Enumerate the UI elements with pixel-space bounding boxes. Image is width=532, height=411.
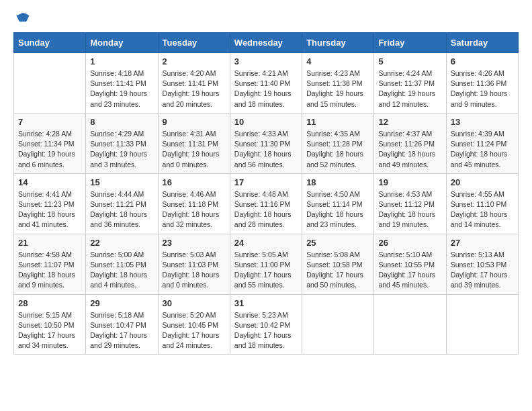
calendar-cell: 27Sunrise: 5:13 AM Sunset: 10:53 PM Dayl… xyxy=(446,234,518,294)
day-number: 18 xyxy=(306,177,369,187)
day-number: 21 xyxy=(18,238,81,248)
day-number: 26 xyxy=(378,238,441,248)
calendar-header-sunday: Sunday xyxy=(14,33,86,53)
day-info: Sunrise: 4:41 AM Sunset: 11:23 PM Daylig… xyxy=(18,189,81,230)
calendar-cell: 16Sunrise: 4:46 AM Sunset: 11:18 PM Dayl… xyxy=(158,173,230,234)
day-number: 29 xyxy=(90,298,153,308)
day-info: Sunrise: 4:58 AM Sunset: 11:07 PM Daylig… xyxy=(18,250,81,291)
calendar-week-3: 14Sunrise: 4:41 AM Sunset: 11:23 PM Dayl… xyxy=(14,173,519,234)
day-info: Sunrise: 5:23 AM Sunset: 10:42 PM Daylig… xyxy=(234,310,298,351)
svg-marker-0 xyxy=(16,13,29,21)
day-info: Sunrise: 4:24 AM Sunset: 11:37 PM Daylig… xyxy=(378,68,441,109)
calendar-week-1: 1Sunrise: 4:18 AM Sunset: 11:41 PM Dayli… xyxy=(14,53,519,113)
calendar-cell: 2Sunrise: 4:20 AM Sunset: 11:41 PM Dayli… xyxy=(158,53,230,113)
day-info: Sunrise: 4:44 AM Sunset: 11:21 PM Daylig… xyxy=(90,189,153,230)
calendar-header-friday: Friday xyxy=(374,33,446,53)
calendar-cell: 17Sunrise: 4:48 AM Sunset: 11:16 PM Dayl… xyxy=(230,173,302,234)
calendar-cell: 14Sunrise: 4:41 AM Sunset: 11:23 PM Dayl… xyxy=(14,173,86,234)
calendar-week-2: 7Sunrise: 4:28 AM Sunset: 11:34 PM Dayli… xyxy=(14,113,519,173)
day-info: Sunrise: 4:48 AM Sunset: 11:16 PM Daylig… xyxy=(234,189,298,230)
day-number: 7 xyxy=(18,117,81,127)
day-info: Sunrise: 4:53 AM Sunset: 11:12 PM Daylig… xyxy=(378,189,441,230)
calendar-cell: 11Sunrise: 4:35 AM Sunset: 11:28 PM Dayl… xyxy=(302,113,374,173)
day-number: 17 xyxy=(234,177,298,187)
day-info: Sunrise: 4:26 AM Sunset: 11:36 PM Daylig… xyxy=(451,68,514,109)
day-number: 15 xyxy=(90,177,153,187)
calendar-cell: 26Sunrise: 5:10 AM Sunset: 10:55 PM Dayl… xyxy=(374,234,446,294)
calendar-cell: 10Sunrise: 4:33 AM Sunset: 11:30 PM Dayl… xyxy=(230,113,302,173)
day-info: Sunrise: 5:08 AM Sunset: 10:58 PM Daylig… xyxy=(306,250,369,291)
calendar-header-saturday: Saturday xyxy=(446,33,518,53)
day-info: Sunrise: 5:20 AM Sunset: 10:45 PM Daylig… xyxy=(163,310,226,351)
calendar-cell: 7Sunrise: 4:28 AM Sunset: 11:34 PM Dayli… xyxy=(14,113,86,173)
day-info: Sunrise: 4:18 AM Sunset: 11:41 PM Daylig… xyxy=(90,68,153,109)
day-number: 31 xyxy=(234,298,298,308)
day-info: Sunrise: 4:33 AM Sunset: 11:30 PM Daylig… xyxy=(234,129,298,170)
calendar-cell: 13Sunrise: 4:39 AM Sunset: 11:24 PM Dayl… xyxy=(446,113,518,173)
calendar-cell: 8Sunrise: 4:29 AM Sunset: 11:33 PM Dayli… xyxy=(86,113,158,173)
day-info: Sunrise: 4:35 AM Sunset: 11:28 PM Daylig… xyxy=(306,129,369,170)
calendar-header-monday: Monday xyxy=(86,33,158,53)
calendar-cell: 15Sunrise: 4:44 AM Sunset: 11:21 PM Dayl… xyxy=(86,173,158,234)
day-number: 20 xyxy=(451,177,514,187)
day-info: Sunrise: 4:37 AM Sunset: 11:26 PM Daylig… xyxy=(378,129,441,170)
calendar-cell: 5Sunrise: 4:24 AM Sunset: 11:37 PM Dayli… xyxy=(374,53,446,113)
calendar-cell: 18Sunrise: 4:50 AM Sunset: 11:14 PM Dayl… xyxy=(302,173,374,234)
calendar-cell xyxy=(374,294,446,355)
day-number: 5 xyxy=(378,56,441,66)
day-number: 3 xyxy=(234,56,298,66)
page-header xyxy=(13,11,519,26)
day-info: Sunrise: 4:23 AM Sunset: 11:38 PM Daylig… xyxy=(306,68,369,109)
calendar-cell: 24Sunrise: 5:05 AM Sunset: 11:00 PM Dayl… xyxy=(230,234,302,294)
calendar-cell: 9Sunrise: 4:31 AM Sunset: 11:31 PM Dayli… xyxy=(158,113,230,173)
day-info: Sunrise: 5:03 AM Sunset: 11:03 PM Daylig… xyxy=(163,250,226,291)
day-number: 23 xyxy=(163,238,226,248)
day-info: Sunrise: 5:10 AM Sunset: 10:55 PM Daylig… xyxy=(378,250,441,291)
calendar-week-4: 21Sunrise: 4:58 AM Sunset: 11:07 PM Dayl… xyxy=(14,234,519,294)
day-number: 8 xyxy=(90,117,153,127)
day-number: 12 xyxy=(378,117,441,127)
calendar-cell: 22Sunrise: 5:00 AM Sunset: 11:05 PM Dayl… xyxy=(86,234,158,294)
day-number: 27 xyxy=(451,238,514,248)
day-info: Sunrise: 5:13 AM Sunset: 10:53 PM Daylig… xyxy=(451,250,514,291)
calendar-cell: 23Sunrise: 5:03 AM Sunset: 11:03 PM Dayl… xyxy=(158,234,230,294)
calendar-cell: 6Sunrise: 4:26 AM Sunset: 11:36 PM Dayli… xyxy=(446,53,518,113)
calendar-cell xyxy=(14,53,86,113)
calendar-cell: 20Sunrise: 4:55 AM Sunset: 11:10 PM Dayl… xyxy=(446,173,518,234)
day-number: 28 xyxy=(18,298,81,308)
calendar-header-thursday: Thursday xyxy=(302,33,374,53)
day-number: 24 xyxy=(234,238,298,248)
day-info: Sunrise: 4:29 AM Sunset: 11:33 PM Daylig… xyxy=(90,129,153,170)
day-number: 22 xyxy=(90,238,153,248)
day-number: 1 xyxy=(90,56,153,66)
day-info: Sunrise: 5:05 AM Sunset: 11:00 PM Daylig… xyxy=(234,250,298,291)
day-info: Sunrise: 4:55 AM Sunset: 11:10 PM Daylig… xyxy=(451,189,514,230)
day-number: 2 xyxy=(163,56,226,66)
day-info: Sunrise: 5:15 AM Sunset: 10:50 PM Daylig… xyxy=(18,310,81,351)
calendar-header-wednesday: Wednesday xyxy=(230,33,302,53)
day-info: Sunrise: 5:00 AM Sunset: 11:05 PM Daylig… xyxy=(90,250,153,291)
calendar-cell: 4Sunrise: 4:23 AM Sunset: 11:38 PM Dayli… xyxy=(302,53,374,113)
calendar-cell: 30Sunrise: 5:20 AM Sunset: 10:45 PM Dayl… xyxy=(158,294,230,355)
day-number: 4 xyxy=(306,56,369,66)
calendar-cell: 21Sunrise: 4:58 AM Sunset: 11:07 PM Dayl… xyxy=(14,234,86,294)
day-number: 16 xyxy=(163,177,226,187)
calendar: SundayMondayTuesdayWednesdayThursdayFrid… xyxy=(13,32,519,355)
day-info: Sunrise: 4:50 AM Sunset: 11:14 PM Daylig… xyxy=(306,189,369,230)
calendar-cell: 3Sunrise: 4:21 AM Sunset: 11:40 PM Dayli… xyxy=(230,53,302,113)
day-info: Sunrise: 4:46 AM Sunset: 11:18 PM Daylig… xyxy=(163,189,226,230)
day-number: 25 xyxy=(306,238,369,248)
day-info: Sunrise: 5:18 AM Sunset: 10:47 PM Daylig… xyxy=(90,310,153,351)
day-number: 14 xyxy=(18,177,81,187)
day-number: 11 xyxy=(306,117,369,127)
calendar-cell: 29Sunrise: 5:18 AM Sunset: 10:47 PM Dayl… xyxy=(86,294,158,355)
day-number: 13 xyxy=(451,117,514,127)
calendar-cell: 31Sunrise: 5:23 AM Sunset: 10:42 PM Dayl… xyxy=(230,294,302,355)
day-info: Sunrise: 4:39 AM Sunset: 11:24 PM Daylig… xyxy=(451,129,514,170)
day-number: 6 xyxy=(451,56,514,66)
day-info: Sunrise: 4:21 AM Sunset: 11:40 PM Daylig… xyxy=(234,68,298,109)
day-info: Sunrise: 4:28 AM Sunset: 11:34 PM Daylig… xyxy=(18,129,81,170)
logo-icon xyxy=(15,11,30,26)
day-number: 30 xyxy=(163,298,226,308)
day-number: 19 xyxy=(378,177,441,187)
